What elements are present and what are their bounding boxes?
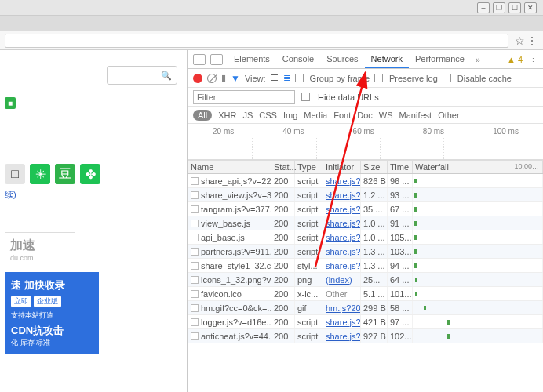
col-name[interactable]: Name	[188, 161, 272, 173]
type-filter-manifest[interactable]: Manifest	[399, 111, 432, 120]
col-status[interactable]: Stat...	[272, 161, 295, 173]
request-initiator[interactable]: share.js?...	[323, 174, 361, 187]
table-row[interactable]: favicon.ico200x-ic...Other5.1 ...101...	[188, 287, 543, 301]
col-type[interactable]: Type	[295, 161, 323, 173]
request-name: favicon.ico	[201, 289, 242, 299]
table-row[interactable]: hm.gif?cc=0&ck=...200gifhm.js?20...299 B…	[188, 301, 543, 315]
request-initiator[interactable]: share.js?...	[323, 188, 361, 201]
chrome-menu-icon[interactable]: ⋮	[526, 34, 538, 47]
hide-data-urls-checkbox[interactable]	[301, 93, 310, 101]
view-large-icon[interactable]: ≣	[283, 73, 290, 83]
request-initiator[interactable]: share.js?...	[323, 202, 361, 216]
request-name: api_base.js	[201, 233, 245, 242]
disable-cache-checkbox[interactable]	[443, 74, 451, 82]
table-row[interactable]: anticheat.js?v=44...200scriptshare.js?..…	[188, 329, 543, 343]
table-row[interactable]: share_view.js?v=3...200scriptshare.js?..…	[188, 188, 543, 202]
request-initiator[interactable]: share.js?...	[323, 315, 361, 328]
request-name: share_style1_32.css	[201, 261, 272, 270]
col-waterfall[interactable]: Waterfall 10.00…	[413, 161, 543, 173]
group-by-frame-checkbox[interactable]	[295, 74, 304, 82]
request-initiator[interactable]: hm.js?20...	[323, 301, 361, 314]
request-type: x-ic...	[295, 287, 323, 300]
browser-tabstrip[interactable]	[0, 16, 543, 31]
bookmark-star-icon[interactable]: ☆	[513, 34, 526, 47]
tab-performance[interactable]: Performance	[409, 51, 471, 68]
request-initiator[interactable]: share.js?...	[323, 245, 361, 258]
address-bar[interactable]	[5, 34, 508, 48]
type-filter-js[interactable]: JS	[242, 111, 253, 120]
clover-icon[interactable]: ✤	[80, 164, 100, 184]
filter-input[interactable]	[193, 90, 295, 104]
request-initiator[interactable]: share.js?...	[323, 216, 361, 230]
page-search-input[interactable]: 🔍	[107, 66, 177, 85]
view-list-icon[interactable]: ☰	[271, 73, 279, 83]
timeline-tick: 100 ms	[493, 127, 519, 136]
table-row[interactable]: share_style1_32.css200styl...share.js?..…	[188, 259, 543, 273]
green-chip[interactable]: ■	[5, 97, 16, 109]
request-initiator[interactable]: share.js?...	[323, 329, 361, 343]
continue-link[interactable]: 续)	[5, 189, 182, 201]
minimize-button[interactable]: –	[477, 2, 490, 13]
maximize-button[interactable]: ☐	[508, 2, 521, 13]
warnings-badge[interactable]: ▲ 4	[507, 55, 526, 64]
table-row[interactable]: api_base.js200scriptshare.js?...1.0 ...1…	[188, 230, 543, 245]
type-filter-media[interactable]: Media	[304, 111, 327, 120]
table-row[interactable]: view_base.js200scriptshare.js?...1.0 ...…	[188, 216, 543, 230]
cdn-ad[interactable]: 速 加快收录 立即 企业版 支持本站打造 CDN抗攻击 化 库存 标准	[5, 272, 99, 354]
type-filter-font[interactable]: Font	[333, 111, 351, 120]
tab-network[interactable]: Network	[365, 51, 409, 68]
table-row[interactable]: share_api.js?v=22...200scriptshare.js?..…	[188, 174, 543, 188]
col-time[interactable]: Time	[388, 161, 413, 173]
request-time: 96 ...	[388, 174, 413, 187]
request-size: 25...	[361, 273, 388, 286]
tab-console[interactable]: Console	[276, 51, 320, 68]
request-size: 5.1 ...	[361, 287, 388, 300]
table-header[interactable]: Name Stat... Type Initiator Size Time Wa…	[188, 160, 543, 174]
request-initiator[interactable]: share.js?...	[323, 230, 361, 244]
request-time: 102...	[388, 329, 413, 343]
timeline-tick: 20 ms	[213, 127, 234, 136]
timeline-overview[interactable]: 20 ms40 ms60 ms80 ms100 ms	[188, 124, 543, 160]
record-button[interactable]	[193, 74, 202, 83]
wechat-icon[interactable]: ✳	[30, 164, 50, 184]
tab-elements[interactable]: Elements	[228, 51, 276, 68]
group-by-frame-label: Group by frame	[310, 74, 370, 83]
element-picker-icon[interactable]	[193, 54, 206, 65]
type-filter-doc[interactable]: Doc	[357, 111, 373, 120]
table-row[interactable]: partners.js?v=911...200scriptshare.js?..…	[188, 245, 543, 259]
request-initiator[interactable]: Other	[323, 287, 361, 300]
type-filter-other[interactable]: Other	[438, 111, 460, 120]
device-toolbar-icon[interactable]	[210, 54, 223, 65]
tabs-overflow-icon[interactable]: »	[472, 53, 483, 66]
request-time: 103...	[388, 245, 413, 258]
ad-badge-1: 立即	[11, 296, 31, 307]
devtools-menu-icon[interactable]: ⋮	[527, 54, 538, 64]
request-initiator[interactable]: share.js?...	[323, 259, 361, 272]
request-status: 200	[272, 230, 295, 244]
table-row[interactable]: icons_1_32.png?v...200png(index)25...64 …	[188, 273, 543, 287]
type-filter-xhr[interactable]: XHR	[218, 111, 236, 120]
table-row[interactable]: tangram.js?v=377...200scriptshare.js?...…	[188, 202, 543, 216]
tab-sources[interactable]: Sources	[320, 51, 364, 68]
type-filter-css[interactable]: CSS	[259, 111, 277, 120]
close-window-button[interactable]: ✕	[524, 2, 537, 13]
request-status: 200	[272, 287, 295, 300]
request-type: png	[295, 273, 323, 286]
type-filter-ws[interactable]: WS	[379, 111, 393, 120]
hide-data-urls-label: Hide data URLs	[318, 93, 379, 102]
filter-toggle-icon[interactable]: ▼	[231, 73, 240, 84]
table-row[interactable]: logger.js?v=d16e...200scriptshare.js?...…	[188, 315, 543, 329]
restore-button[interactable]: ❐	[493, 2, 505, 13]
preserve-log-checkbox[interactable]	[374, 74, 383, 82]
col-initiator[interactable]: Initiator	[323, 161, 361, 173]
request-initiator[interactable]: (index)	[323, 273, 361, 286]
clear-button[interactable]	[207, 74, 217, 83]
type-filter-img[interactable]: Img	[283, 111, 297, 120]
request-size: 1.2 ...	[361, 188, 388, 201]
share-square-icon[interactable]: □	[5, 164, 25, 184]
type-filter-all[interactable]: All	[193, 110, 212, 121]
douban-icon[interactable]: 豆	[55, 164, 75, 184]
col-size[interactable]: Size	[361, 161, 388, 173]
devtools-tabs: ElementsConsoleSourcesNetworkPerformance…	[188, 50, 543, 69]
request-name: hm.gif?cc=0&ck=...	[201, 303, 272, 313]
